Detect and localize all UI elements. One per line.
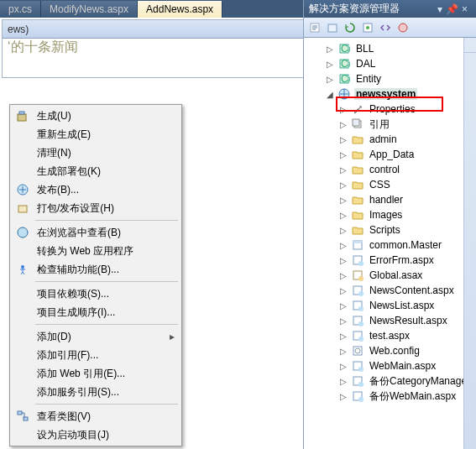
menu-package[interactable]: 打包/发布设置(H): [12, 199, 180, 217]
refresh-icon[interactable]: [343, 20, 358, 35]
wrench-icon: [350, 102, 365, 116]
tool-window-strip: [463, 38, 476, 449]
node-control[interactable]: ▷control: [304, 162, 476, 177]
node-scripts[interactable]: ▷Scripts: [304, 222, 476, 238]
dropdown-value: ews): [8, 23, 29, 35]
node-global[interactable]: ▷Global.asax: [304, 268, 476, 283]
menu-build-deploy[interactable]: 生成部署包(K): [12, 162, 180, 180]
node-entity[interactable]: ▷C#Entity: [304, 71, 476, 86]
menu-build-order[interactable]: 项目生成顺序(I)...: [12, 303, 180, 321]
folder-icon: [350, 223, 365, 237]
node-appdata[interactable]: ▷App_Data: [304, 147, 476, 162]
node-webconfig[interactable]: ▷Web.config: [304, 343, 476, 358]
tab-addnews[interactable]: AddNews.aspx: [138, 1, 222, 18]
menu-view-browser[interactable]: 在浏览器中查看(B): [12, 223, 180, 242]
node-admin[interactable]: ▷admin: [304, 132, 476, 147]
node-webmain[interactable]: ▷WebMain.aspx: [304, 358, 476, 373]
context-menu: 生成(U) 重新生成(E) 清理(N) 生成部署包(K) 发布(B)... 打包…: [9, 104, 182, 446]
aspx-icon: [350, 299, 365, 312]
aspx-icon: [350, 253, 365, 267]
node-images[interactable]: ▷Images: [304, 207, 476, 222]
aspx-icon: [350, 329, 365, 342]
accessibility-icon: [13, 263, 32, 276]
panel-title-text: 解决方案资源管理器: [309, 2, 400, 16]
asp-config-icon[interactable]: [395, 20, 411, 35]
svg-rect-6: [18, 411, 22, 415]
dropdown-icon[interactable]: ▾: [433, 3, 446, 15]
aspx-icon: [350, 374, 365, 388]
tree: ▷C#BLL ▷C#DAL ▷C#Entity ◢newssystem ▷Pro…: [304, 38, 476, 407]
menu-rebuild[interactable]: 重新生成(E): [12, 125, 180, 144]
node-handler[interactable]: ▷handler: [304, 192, 476, 207]
svg-point-4: [18, 227, 28, 238]
node-bll[interactable]: ▷C#BLL: [304, 41, 476, 56]
tab-modifynews[interactable]: ModifyNews.aspx: [41, 1, 138, 18]
pin-icon[interactable]: 📌: [446, 3, 458, 15]
menu-add[interactable]: 添加(D)▸: [12, 327, 180, 346]
svg-point-25: [358, 261, 364, 266]
svg-text:C#: C#: [341, 58, 350, 70]
svg-text:C#: C#: [341, 73, 350, 85]
close-icon[interactable]: ×: [458, 3, 471, 15]
folder-icon: [350, 193, 365, 206]
node-newscontent[interactable]: ▷NewsContent.aspx: [304, 283, 476, 298]
node-dal[interactable]: ▷C#DAL: [304, 56, 476, 71]
svg-point-41: [358, 382, 364, 387]
node-bak2[interactable]: ▷备份WebMain.aspx: [304, 389, 476, 404]
submenu-arrow-icon: ▸: [170, 331, 178, 342]
node-newssystem[interactable]: ◢newssystem: [304, 86, 476, 102]
menu-convert[interactable]: 转换为 Web 应用程序: [12, 242, 180, 260]
folder-icon: [350, 133, 365, 146]
publish-icon: [13, 183, 32, 196]
svg-point-35: [358, 337, 364, 342]
menu-set-startup[interactable]: 设为启动项目(J): [12, 426, 180, 444]
menu-class-diagram[interactable]: 查看类图(V): [12, 407, 180, 426]
node-newslist[interactable]: ▷NewsList.aspx: [304, 298, 476, 313]
svg-point-31: [358, 306, 364, 311]
svg-point-12: [399, 23, 407, 32]
menu-accessibility[interactable]: 检查辅助功能(B)...: [12, 260, 180, 279]
svg-rect-21: [353, 119, 359, 126]
csproj-icon: C#: [337, 42, 352, 55]
master-icon: [350, 238, 365, 252]
menu-publish[interactable]: 发布(B)...: [12, 180, 180, 199]
svg-text:C#: C#: [341, 43, 350, 55]
properties-icon[interactable]: [307, 20, 322, 35]
svg-point-5: [21, 265, 24, 269]
build-icon: [13, 109, 32, 123]
menu-add-svc-ref[interactable]: 添加服务引用(S)...: [12, 383, 180, 401]
solution-explorer: 解决方案资源管理器 ▾ 📌 × ▷C#BLL ▷C#DAL ▷C#Entity …: [303, 0, 476, 449]
folder-icon: [350, 178, 365, 191]
folder-icon: [350, 208, 365, 222]
svg-point-43: [358, 397, 364, 402]
node-css[interactable]: ▷CSS: [304, 177, 476, 192]
explorer-toolbar: [304, 18, 476, 38]
menu-build[interactable]: 生成(U): [12, 107, 180, 125]
node-bak1[interactable]: ▷备份CategoryManager: [304, 373, 476, 389]
config-icon: [350, 344, 365, 358]
menu-proj-deps[interactable]: 项目依赖项(S)...: [12, 285, 180, 303]
menu-add-ref[interactable]: 添加引用(F)...: [12, 346, 180, 364]
webproj-icon: [337, 87, 352, 101]
nest-icon[interactable]: [360, 20, 375, 35]
node-common-master[interactable]: ▷common.Master: [304, 238, 476, 253]
asax-icon: [350, 269, 365, 282]
svg-rect-0: [18, 114, 26, 121]
node-newsresult[interactable]: ▷NewsResult.aspx: [304, 313, 476, 328]
class-diagram-icon: [13, 410, 32, 423]
menu-clean[interactable]: 清理(N): [12, 144, 180, 162]
panel-titlebar[interactable]: 解决方案资源管理器 ▾ 📌 ×: [304, 0, 476, 18]
view-code-icon[interactable]: [378, 20, 393, 35]
tab-px-cs[interactable]: px.cs: [0, 1, 41, 18]
csproj-icon: C#: [337, 57, 352, 70]
editor-placeholder-text: ‘的十条新闻: [8, 39, 78, 56]
aspx-icon: [350, 284, 365, 297]
node-references[interactable]: ▷引用: [304, 117, 476, 132]
folder-icon: [350, 148, 365, 161]
node-test[interactable]: ▷test.aspx: [304, 328, 476, 343]
node-properties[interactable]: ▷Properties: [304, 102, 476, 117]
aspx-icon: [350, 359, 365, 373]
menu-add-web-ref[interactable]: 添加 Web 引用(E)...: [12, 364, 180, 383]
show-all-icon[interactable]: [325, 20, 340, 35]
node-errorfrm[interactable]: ▷ErrorFrm.aspx: [304, 253, 476, 268]
